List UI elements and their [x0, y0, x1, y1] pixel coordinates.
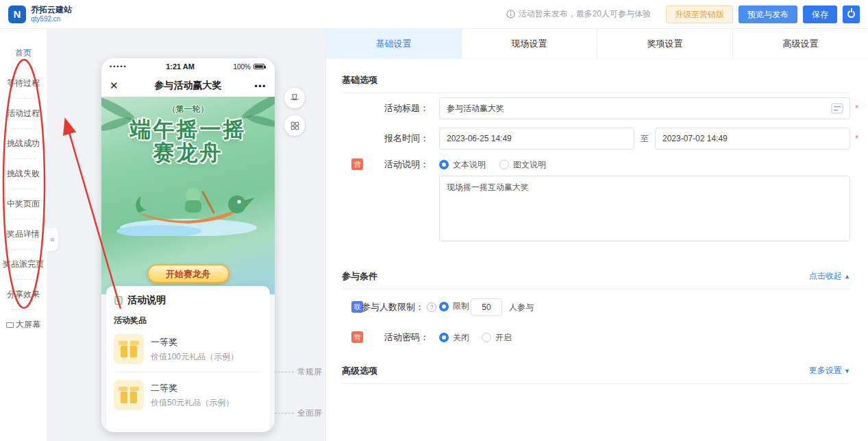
prize-name: 二等奖	[151, 382, 234, 394]
tab-scene-settings[interactable]: 现场设置	[461, 29, 597, 58]
marker-normal-screen: 常规屏	[275, 366, 322, 378]
radio-unselected-icon	[482, 333, 491, 342]
close-icon[interactable]: ✕	[110, 80, 123, 92]
marker-label: 常规屏	[297, 366, 322, 378]
section-title: 基础选项	[342, 74, 850, 86]
end-time-input[interactable]	[655, 128, 850, 150]
battery-percent: 100%	[233, 63, 251, 71]
prize-desc: 价值50元礼品（示例）	[151, 397, 234, 409]
battery-icon	[253, 64, 264, 69]
time-joiner: 至	[636, 128, 654, 150]
sidebar-item-big-screen[interactable]: 大屏幕	[0, 310, 47, 339]
form-row-password: 营 活动密码： 关闭 开启	[326, 328, 850, 347]
limit-suffix: 人参与	[509, 298, 534, 317]
brand-domain: qty592.cn	[31, 15, 72, 23]
section-title: 参与条件	[342, 270, 850, 283]
prize-desc: 价值100元礼品（示例）	[151, 351, 238, 363]
sidebar-item-prize-out[interactable]: 奖品派完页	[0, 250, 47, 279]
collapse-link[interactable]: 点击收起 ▲	[809, 270, 850, 282]
phone-status-bar: ••••• 1:21 AM 100%	[101, 58, 275, 75]
radio-label: 图文说明	[513, 159, 546, 171]
prize-item: 一等奖 价值100元礼品（示例）	[114, 326, 262, 372]
power-button[interactable]	[843, 5, 860, 23]
section-advanced-options: 高级选项	[342, 365, 850, 384]
radio-password-off[interactable]: 关闭	[439, 332, 469, 344]
gift-icon	[114, 334, 144, 364]
marker-dash	[275, 372, 294, 372]
magic-hat-button[interactable]	[284, 88, 305, 108]
start-race-button[interactable]: 开始赛龙舟	[147, 264, 230, 283]
upgrade-button[interactable]: 升级至营销版	[666, 5, 733, 23]
tab-advanced-settings[interactable]: 高级设置	[732, 29, 868, 58]
field-label: 活动标题：	[326, 97, 429, 119]
radio-label: 关闭	[453, 332, 469, 344]
radio-image-description[interactable]: 图文说明	[499, 159, 546, 171]
hero-banner: （第一轮） 端午摇一摇 赛龙舟 开始赛龙舟	[101, 97, 275, 294]
sidebar-item-home[interactable]: 首页	[0, 38, 47, 68]
phone-nav-bar: ✕ 参与活动赢大奖 ⋯	[101, 75, 275, 97]
brand-block: 乔拓云建站 qty592.cn	[31, 5, 72, 23]
help-icon[interactable]	[427, 302, 436, 312]
settings-tabs: 基础设置 现场设置 奖项设置 高级设置	[326, 29, 868, 59]
form-row-time: 报名时间： 至 *	[326, 128, 850, 150]
activity-title-input[interactable]	[439, 97, 850, 119]
radio-selected-icon	[439, 333, 449, 342]
more-icon[interactable]: ⋯	[253, 79, 266, 93]
hero-title-line2: 赛龙舟	[101, 141, 275, 165]
tab-prize-settings[interactable]: 奖项设置	[597, 29, 732, 58]
sidebar-item-label: 大屏幕	[16, 320, 40, 329]
insert-field-icon[interactable]	[831, 103, 843, 114]
components-button[interactable]	[284, 115, 305, 136]
gift-icon	[114, 380, 144, 410]
radio-limit[interactable]: 限制	[439, 300, 469, 312]
sidebar-item-process[interactable]: 活动过程	[0, 99, 47, 128]
phone-preview: ••••• 1:21 AM 100% ✕ 参与活动赢大奖 ⋯ （第一轮） 端午摇…	[101, 58, 275, 432]
radio-selected-icon	[439, 302, 449, 311]
start-time-input[interactable]	[439, 128, 634, 150]
app-root: N 乔拓云建站 qty592.cn 活动暂未发布，最多20人可参与体验 升级至营…	[0, 0, 868, 441]
brand-logo-icon[interactable]: N	[8, 5, 26, 23]
magic-hat-icon	[289, 93, 300, 104]
form-row-title: 活动标题： *	[326, 97, 850, 119]
sidebar-collapse-button[interactable]: «	[47, 228, 58, 251]
section-join-conditions: 参与条件	[342, 270, 850, 289]
save-button[interactable]: 保存	[803, 5, 837, 23]
sidebar-item-share[interactable]: 分享效果	[0, 280, 47, 309]
settings-panel: 基础设置 现场设置 奖项设置 高级设置 基础选项 活动标题： * 报名时间： 至	[325, 29, 868, 441]
card-title-row: 活动说明	[114, 294, 262, 307]
sidebar-item-fail[interactable]: 挑战失败	[0, 159, 47, 189]
dragon-boat-illustration	[116, 165, 260, 236]
radio-text-description[interactable]: 文本说明	[439, 159, 486, 171]
tab-basic-settings[interactable]: 基础设置	[326, 29, 461, 58]
publish-notice: 活动暂未发布，最多20人可参与体验	[506, 8, 651, 20]
marker-dash	[275, 413, 294, 414]
form-row-description: 营 活动说明： 文本说明 图文说明	[326, 154, 850, 176]
required-asterisk: *	[855, 97, 858, 119]
description-textarea[interactable]: 现场摇一摇互动赢大奖	[439, 176, 850, 241]
signal-icon: •••••	[110, 63, 127, 70]
card-title: 活动说明	[127, 294, 166, 307]
sidebar-item-success[interactable]: 挑战成功	[0, 129, 47, 158]
section-basic-options: 基础选项	[342, 74, 850, 93]
section-title: 高级选项	[342, 365, 850, 377]
field-label: 活动说明：	[326, 154, 429, 176]
radio-label: 开启	[495, 332, 512, 344]
grid-icon	[290, 121, 300, 131]
limit-count-input[interactable]	[471, 298, 502, 316]
info-icon	[506, 10, 515, 19]
field-label: 活动密码：	[326, 328, 429, 347]
sidebar-item-prize-detail[interactable]: 奖品详情	[0, 219, 47, 249]
sidebar-item-win-page[interactable]: 中奖页面	[0, 189, 47, 219]
marker-label: 全面屏	[297, 407, 322, 419]
field-label: 报名时间：	[326, 128, 429, 150]
radio-password-on[interactable]: 开启	[482, 332, 512, 344]
screen-icon	[6, 322, 14, 328]
preview-publish-button[interactable]: 预览与发布	[739, 5, 797, 23]
brand-title: 乔拓云建站	[31, 5, 72, 15]
status-time: 1:21 AM	[166, 62, 195, 71]
prize-item: 二等奖 价值50元礼品（示例）	[114, 372, 262, 418]
sidebar-item-waiting[interactable]: 等待过程	[0, 69, 47, 98]
more-settings-link[interactable]: 更多设置 ▼	[809, 365, 850, 377]
radio-label: 限制	[453, 300, 469, 312]
field-label: 参与人数限制：	[326, 298, 424, 317]
